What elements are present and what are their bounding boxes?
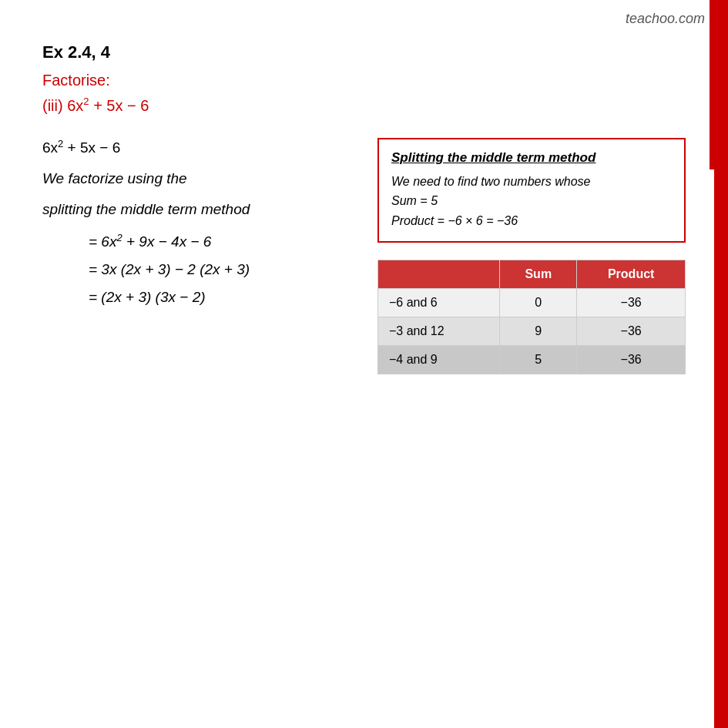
description-line2: splitting the middle term method: [42, 201, 354, 218]
step2: = 3x (2x + 3) − 2 (2x + 3): [89, 261, 354, 278]
pair-3: −4 and 9: [378, 346, 500, 374]
red-top-accent: [710, 0, 714, 169]
pair-1: −6 and 6: [378, 289, 500, 317]
col-header-pairs: [378, 260, 500, 289]
ex-title: Ex 2.4, 4: [42, 42, 686, 62]
table-row: −6 and 6 0 −36: [378, 289, 686, 317]
method-box-line3: Product = −6 × 6 = −36: [391, 211, 672, 231]
watermark: teachoo.com: [626, 11, 705, 27]
pair-2: −3 and 12: [378, 317, 500, 346]
right-column: Splitting the middle term method We need…: [377, 138, 686, 375]
table-row: −3 and 12 9 −36: [378, 317, 686, 346]
sum-2: 9: [500, 317, 577, 346]
sum-1: 0: [500, 289, 577, 317]
red-bar: [714, 0, 728, 728]
main-area: 6x2 + 5x − 6 We factorize using the spli…: [42, 138, 686, 375]
method-box-title: Splitting the middle term method: [391, 150, 672, 166]
method-box-line2: Sum = 5: [391, 191, 672, 211]
description-line1: We factorize using the: [42, 170, 354, 187]
table-row-highlighted: −4 and 9 5 −36: [378, 346, 686, 374]
split-table: Sum Product −6 and 6 0 −36 −3 and 12 9 −…: [377, 260, 686, 374]
col-header-product: Product: [577, 260, 686, 289]
main-expression: 6x2 + 5x − 6: [42, 138, 354, 156]
left-column: 6x2 + 5x − 6 We factorize using the spli…: [42, 138, 354, 317]
product-2: −36: [577, 317, 686, 346]
product-3: −36: [577, 346, 686, 374]
problem-statement: (iii) 6x2 + 5x − 6: [42, 96, 686, 115]
step1: = 6x2 + 9x − 4x − 6: [89, 232, 354, 250]
method-box: Splitting the middle term method We need…: [377, 138, 686, 243]
page-content: Ex 2.4, 4 Factorise: (iii) 6x2 + 5x − 6 …: [42, 42, 686, 374]
col-header-sum: Sum: [500, 260, 577, 289]
watermark-text: teachoo.com: [626, 11, 705, 26]
sum-3: 5: [500, 346, 577, 374]
method-box-line1: We need to find two numbers whose: [391, 172, 672, 192]
product-1: −36: [577, 289, 686, 317]
step3: = (2x + 3) (3x − 2): [89, 289, 354, 306]
factorise-label: Factorise:: [42, 72, 686, 89]
